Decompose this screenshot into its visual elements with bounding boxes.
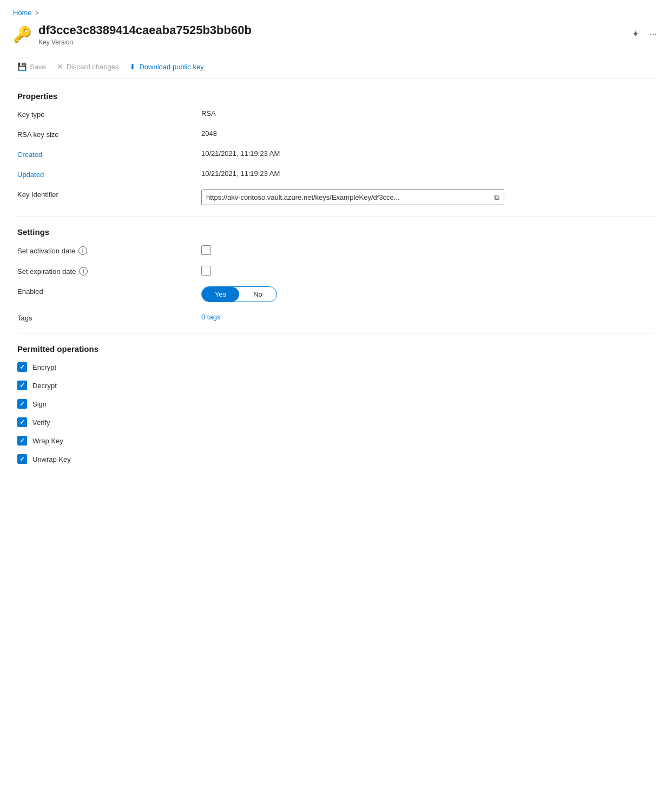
operation-checkbox-decrypt[interactable] bbox=[17, 381, 27, 390]
operation-label-sign: Sign bbox=[32, 400, 47, 408]
key-identifier-text: https://akv-contoso.vault.azure.net/keys… bbox=[206, 193, 490, 201]
enabled-label: Enabled bbox=[17, 286, 201, 296]
operation-label-decrypt: Decrypt bbox=[32, 382, 57, 390]
permitted-operations-title: Permitted operations bbox=[17, 344, 655, 353]
created-label: Created bbox=[17, 149, 201, 159]
created-value: 10/21/2021, 11:19:23 AM bbox=[201, 149, 655, 158]
breadcrumb: Home > bbox=[13, 9, 659, 17]
copy-icon[interactable]: ⧉ bbox=[494, 193, 499, 202]
enabled-toggle[interactable]: Yes No bbox=[201, 286, 277, 302]
properties-section-title: Properties bbox=[17, 91, 655, 101]
toggle-yes[interactable]: Yes bbox=[202, 287, 239, 302]
key-type-label: Key type bbox=[17, 109, 201, 119]
property-row-key-type: Key type RSA bbox=[17, 109, 655, 119]
operation-row: Sign bbox=[17, 399, 655, 409]
expiration-date-checkbox-container bbox=[201, 266, 655, 276]
tags-value: 0 tags bbox=[201, 313, 655, 321]
activation-date-value bbox=[201, 245, 655, 255]
settings-section-title: Settings bbox=[17, 227, 655, 237]
property-row-tags: Tags 0 tags bbox=[17, 313, 655, 322]
rsa-key-size-label: RSA key size bbox=[17, 129, 201, 139]
activation-date-checkbox[interactable] bbox=[201, 245, 211, 255]
toolbar: 💾 Save ✕ Discard changes ⬇ Download publ… bbox=[13, 55, 659, 78]
operation-row: Wrap Key bbox=[17, 436, 655, 446]
key-type-value: RSA bbox=[201, 109, 655, 117]
operation-row: Unwrap Key bbox=[17, 454, 655, 464]
save-label: Save bbox=[30, 63, 46, 71]
operation-checkbox-wrap-key[interactable] bbox=[17, 436, 27, 446]
expiration-date-checkbox[interactable] bbox=[201, 266, 211, 276]
content: Properties Key type RSA RSA key size 204… bbox=[13, 91, 659, 464]
save-icon: 💾 bbox=[17, 62, 27, 71]
breadcrumb-home[interactable]: Home bbox=[13, 9, 32, 17]
operation-row: Encrypt bbox=[17, 362, 655, 372]
tags-link[interactable]: 0 tags bbox=[201, 313, 220, 321]
expiration-date-label: Set expiration date i bbox=[17, 266, 201, 276]
rsa-key-size-value: 2048 bbox=[201, 129, 655, 137]
operations-list: EncryptDecryptSignVerifyWrap KeyUnwrap K… bbox=[17, 362, 655, 464]
operation-label-wrap-key: Wrap Key bbox=[32, 437, 63, 445]
key-identifier-value: https://akv-contoso.vault.azure.net/keys… bbox=[201, 189, 655, 205]
property-row-updated: Updated 10/21/2021, 11:19:23 AM bbox=[17, 169, 655, 179]
property-row-key-identifier: Key Identifier https://akv-contoso.vault… bbox=[17, 189, 655, 205]
toggle-no[interactable]: No bbox=[239, 287, 276, 302]
discard-button[interactable]: ✕ Discard changes bbox=[52, 60, 123, 74]
activation-date-label: Set activation date i bbox=[17, 245, 201, 255]
property-row-rsa-key-size: RSA key size 2048 bbox=[17, 129, 655, 139]
section-divider-1 bbox=[17, 216, 655, 217]
discard-icon: ✕ bbox=[57, 62, 63, 71]
section-divider-2 bbox=[17, 333, 655, 333]
operation-label-unwrap-key: Unwrap Key bbox=[32, 455, 71, 463]
header-title-block: df3cce3c8389414caeaba7525b3bb60b Key Ver… bbox=[38, 23, 623, 46]
key-identifier-label: Key Identifier bbox=[17, 189, 201, 199]
property-row-created: Created 10/21/2021, 11:19:23 AM bbox=[17, 149, 655, 159]
operation-label-encrypt: Encrypt bbox=[32, 363, 56, 371]
page-subtitle: Key Version bbox=[38, 38, 623, 46]
more-icon: ··· bbox=[650, 29, 657, 38]
operation-row: Decrypt bbox=[17, 381, 655, 390]
header-actions: ✦ ··· bbox=[630, 27, 659, 41]
key-icon: 🔑 bbox=[13, 25, 32, 43]
tags-label: Tags bbox=[17, 313, 201, 322]
updated-label: Updated bbox=[17, 169, 201, 179]
enabled-value: Yes No bbox=[201, 286, 655, 302]
property-row-enabled: Enabled Yes No bbox=[17, 286, 655, 302]
updated-value: 10/21/2021, 11:19:23 AM bbox=[201, 169, 655, 178]
property-row-expiration-date: Set expiration date i bbox=[17, 266, 655, 276]
breadcrumb-separator: > bbox=[35, 9, 39, 17]
operation-checkbox-unwrap-key[interactable] bbox=[17, 454, 27, 464]
operation-row: Verify bbox=[17, 417, 655, 427]
activation-info-icon[interactable]: i bbox=[78, 246, 87, 255]
save-button[interactable]: 💾 Save bbox=[13, 60, 50, 74]
page-header: 🔑 df3cce3c8389414caeaba7525b3bb60b Key V… bbox=[13, 23, 659, 46]
operation-label-verify: Verify bbox=[32, 418, 50, 427]
operation-checkbox-encrypt[interactable] bbox=[17, 362, 27, 372]
pin-icon: ✦ bbox=[632, 29, 639, 38]
download-icon: ⬇ bbox=[129, 62, 136, 71]
expiration-date-value bbox=[201, 266, 655, 276]
more-options-button[interactable]: ··· bbox=[648, 27, 659, 41]
page-title: df3cce3c8389414caeaba7525b3bb60b bbox=[38, 23, 623, 37]
key-identifier-field: https://akv-contoso.vault.azure.net/keys… bbox=[201, 189, 504, 205]
pin-button[interactable]: ✦ bbox=[630, 27, 641, 41]
download-label: Download public key bbox=[139, 63, 203, 71]
operation-checkbox-sign[interactable] bbox=[17, 399, 27, 409]
operation-checkbox-verify[interactable] bbox=[17, 417, 27, 427]
discard-label: Discard changes bbox=[67, 63, 119, 71]
expiration-info-icon[interactable]: i bbox=[79, 267, 88, 276]
activation-date-checkbox-container bbox=[201, 245, 655, 255]
download-public-key-button[interactable]: ⬇ Download public key bbox=[125, 60, 208, 74]
property-row-activation-date: Set activation date i bbox=[17, 245, 655, 255]
